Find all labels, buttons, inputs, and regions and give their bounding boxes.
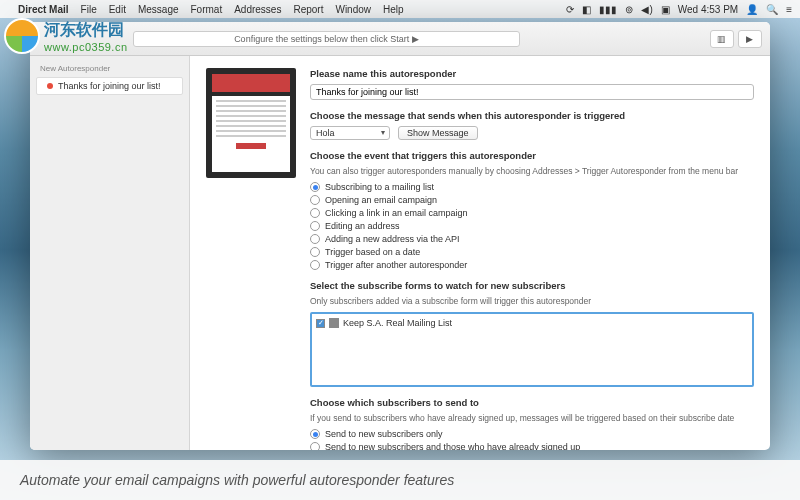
sidebar: New Autoresponder Thanks for joining our… — [30, 56, 190, 450]
radio-icon — [310, 234, 320, 244]
caption-bar: Automate your email campaigns with power… — [0, 460, 800, 500]
volume-icon[interactable]: ◀) — [641, 4, 652, 15]
event-option-date[interactable]: Trigger based on a date — [310, 247, 754, 257]
stats-icon[interactable]: ◧ — [582, 4, 591, 15]
form-column: Please name this autoresponder Choose th… — [310, 68, 754, 438]
radio-icon — [310, 221, 320, 231]
thumb-header-icon — [212, 74, 290, 92]
menu-report[interactable]: Report — [293, 4, 323, 15]
radio-icon — [310, 247, 320, 257]
battery-icon[interactable]: ▮▮▮ — [599, 4, 617, 15]
event-option-subscribe[interactable]: Subscribing to a mailing list — [310, 182, 754, 192]
forms-section-title: Select the subscribe forms to watch for … — [310, 280, 754, 291]
menu-message[interactable]: Message — [138, 4, 179, 15]
app-name[interactable]: Direct Mail — [18, 4, 69, 15]
event-option-click[interactable]: Clicking a link in an email campaign — [310, 208, 754, 218]
menubar: Direct Mail File Edit Message Format Add… — [0, 0, 800, 18]
sidebar-item-autoresponder[interactable]: Thanks for joining our list! — [36, 77, 183, 95]
subscribers-section-subtitle: If you send to subscribers who have alre… — [310, 413, 754, 423]
menu-format[interactable]: Format — [191, 4, 223, 15]
radio-icon — [310, 442, 320, 450]
message-preview-thumbnail[interactable] — [206, 68, 296, 178]
preview-column — [206, 68, 296, 438]
list-item-label: Keep S.A. Real Mailing List — [343, 318, 452, 328]
show-message-button[interactable]: Show Message — [398, 126, 478, 140]
main-panel: Please name this autoresponder Choose th… — [190, 56, 770, 450]
radio-icon — [310, 429, 320, 439]
list-item[interactable]: ✓ Keep S.A. Real Mailing List — [316, 318, 748, 328]
radio-icon — [310, 182, 320, 192]
event-option-api[interactable]: Adding a new address via the API — [310, 234, 754, 244]
list-icon — [329, 318, 339, 328]
subscribers-option-new[interactable]: Send to new subscribers only — [310, 429, 754, 439]
settings-note: Configure the settings below then click … — [133, 31, 520, 47]
subscribers-section-title: Choose which subscribers to send to — [310, 397, 754, 408]
toolbar-play-button[interactable]: ▶ — [738, 30, 762, 48]
checkbox-icon[interactable]: ✓ — [316, 319, 325, 328]
event-option-open[interactable]: Opening an email campaign — [310, 195, 754, 205]
subscribers-radio-group: Send to new subscribers only Send to new… — [310, 429, 754, 450]
clock[interactable]: Wed 4:53 PM — [678, 4, 738, 15]
event-section-subtitle: You can also trigger autoresponders manu… — [310, 166, 754, 176]
name-section-title: Please name this autoresponder — [310, 68, 754, 79]
radio-icon — [310, 195, 320, 205]
sync-icon[interactable]: ⟳ — [566, 4, 574, 15]
menu-icon[interactable]: ≡ — [786, 4, 792, 15]
subscribers-option-all[interactable]: Send to new subscribers and those who ha… — [310, 442, 754, 450]
event-section-title: Choose the event that triggers this auto… — [310, 150, 754, 161]
status-dot-icon — [47, 83, 53, 89]
event-option-after[interactable]: Trigger after another autoresponder — [310, 260, 754, 270]
toolbar: Configure the settings below then click … — [30, 22, 770, 56]
search-icon[interactable]: 🔍 — [766, 4, 778, 15]
caption-text: Automate your email campaigns with power… — [20, 472, 454, 488]
forms-section-subtitle: Only subscribers added via a subscribe f… — [310, 296, 754, 306]
user-icon[interactable]: 👤 — [746, 4, 758, 15]
toolbar-chart-button[interactable]: ▥ — [710, 30, 734, 48]
subscribe-forms-listbox[interactable]: ✓ Keep S.A. Real Mailing List — [310, 312, 754, 387]
radio-icon — [310, 208, 320, 218]
wifi-icon[interactable]: ⊚ — [625, 4, 633, 15]
menu-addresses[interactable]: Addresses — [234, 4, 281, 15]
autoresponder-name-input[interactable] — [310, 84, 754, 100]
menu-file[interactable]: File — [81, 4, 97, 15]
menu-window[interactable]: Window — [335, 4, 371, 15]
event-radio-group: Subscribing to a mailing list Opening an… — [310, 182, 754, 270]
message-select[interactable]: Hola — [310, 126, 390, 140]
message-section-title: Choose the message that sends when this … — [310, 110, 754, 121]
app-window: Configure the settings below then click … — [30, 22, 770, 450]
event-option-edit[interactable]: Editing an address — [310, 221, 754, 231]
sidebar-item-label: Thanks for joining our list! — [58, 81, 161, 91]
radio-icon — [310, 260, 320, 270]
menu-help[interactable]: Help — [383, 4, 404, 15]
power-icon[interactable]: ▣ — [661, 4, 670, 15]
menu-edit[interactable]: Edit — [109, 4, 126, 15]
sidebar-header: New Autoresponder — [30, 62, 189, 77]
